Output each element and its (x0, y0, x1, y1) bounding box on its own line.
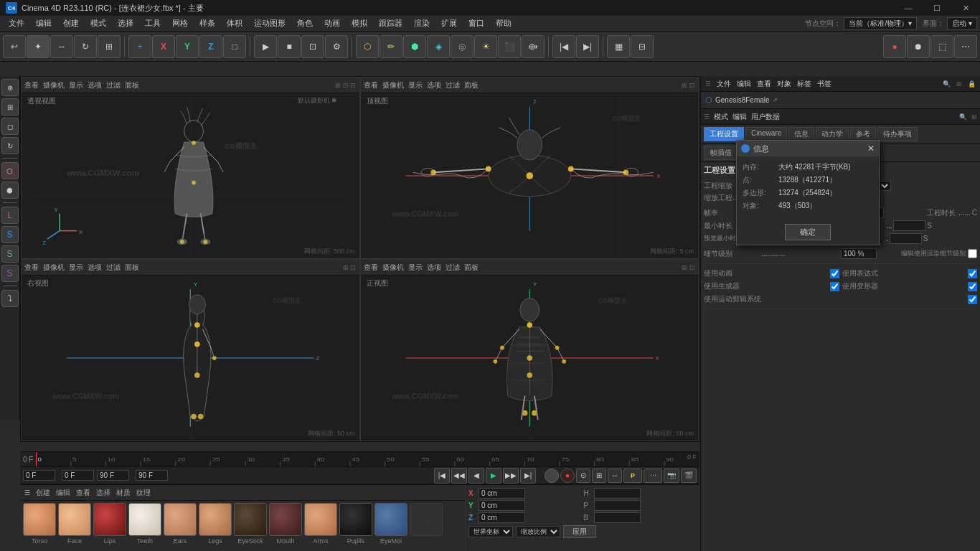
toolbar-motion[interactable]: ⬚ (930, 35, 953, 58)
axis-z[interactable]: Z (199, 35, 222, 58)
mat-material[interactable]: 材质 (116, 488, 131, 498)
use-motion-checkbox[interactable] (968, 295, 977, 304)
viewport-perspective[interactable]: 查看 摄像机 显示 选项 过滤 面板 ⊞ ⊡ ⊟ X Y (21, 77, 360, 259)
proj-tab-settings[interactable]: 工程设置 (704, 127, 744, 141)
apply-button[interactable]: 应用 (563, 525, 596, 538)
playback-move[interactable]: ↔ (608, 468, 622, 483)
material-pupils[interactable]: Pupils (339, 503, 372, 545)
vp-bl-display[interactable]: 显示 (69, 263, 83, 273)
playback-mode1[interactable]: ⊙ (576, 468, 590, 483)
use-expression-checkbox[interactable] (968, 269, 977, 278)
attr-tab-userdata[interactable]: 用户数据 (751, 112, 780, 122)
playback-camera[interactable]: 📷 (664, 468, 679, 483)
material-eyemoi[interactable]: EyeMoi (374, 503, 407, 545)
info-close-button[interactable]: ✕ (867, 143, 875, 154)
scene-tab-edit[interactable]: 编辑 (737, 79, 751, 89)
toolbar-brush[interactable]: ⟴ (522, 35, 545, 58)
toolbar-render2[interactable]: ⊟ (631, 35, 654, 58)
mat-view[interactable]: 查看 (76, 488, 90, 498)
scene-tab-object[interactable]: 对象 (777, 79, 791, 89)
vp-br-camera[interactable]: 摄像机 (382, 263, 404, 273)
maximize-button[interactable]: ☐ (923, 0, 951, 16)
vp-tr-filter[interactable]: 过滤 (446, 80, 460, 90)
end-frame-input[interactable] (97, 470, 129, 481)
mat-texture[interactable]: 纹理 (136, 488, 151, 498)
left-tool-1[interactable]: ⊕ (1, 79, 19, 96)
mat-create[interactable]: 创建 (36, 488, 50, 498)
minimize-button[interactable]: — (894, 0, 923, 16)
menu-tracker[interactable]: 跟踪器 (373, 17, 408, 30)
coord-z-input[interactable] (479, 512, 525, 523)
coord-x-input[interactable] (479, 488, 525, 499)
material-face[interactable]: Face (58, 503, 91, 545)
material-lips[interactable]: Lips (93, 503, 126, 545)
toolbar-render-stop[interactable]: ■ (278, 35, 301, 58)
proj-tab-ref[interactable]: 参考 (850, 127, 876, 141)
render-detail-checkbox[interactable] (968, 249, 977, 258)
scene-tab-bookmark[interactable]: 书签 (817, 79, 831, 89)
playback-first[interactable]: |◀ (434, 468, 450, 484)
left-tool-2[interactable]: ⊞ (1, 98, 19, 116)
info-ok-button[interactable]: 确定 (785, 224, 831, 240)
scene-tab-file[interactable]: 文件 (717, 79, 731, 89)
toolbar-grid[interactable]: ▦ (607, 35, 630, 58)
axis-y[interactable]: Y (176, 35, 199, 58)
playback-prev[interactable]: ◀ (468, 468, 484, 484)
left-tool-6[interactable]: ⬢ (1, 182, 19, 199)
vp-tr-options[interactable]: 选项 (427, 80, 441, 90)
max-time-input[interactable] (893, 220, 925, 231)
toolbar-cube[interactable]: ⬡ (356, 35, 379, 58)
coord-y-input[interactable] (479, 500, 525, 511)
toolbar-obj[interactable]: □ (223, 35, 246, 58)
toolbar-cam[interactable]: ◎ (451, 35, 473, 58)
toolbar-move[interactable]: ↔ (50, 35, 73, 58)
ruler-area[interactable]: 0 5 10 15 20 25 30 35 40 45 50 (36, 452, 699, 466)
close-button[interactable]: ✕ (951, 0, 980, 16)
toolbar-render-view[interactable]: ⊡ (301, 35, 324, 58)
vp-tr-view[interactable]: 查看 (364, 80, 378, 90)
toolbar-new[interactable]: + (128, 35, 151, 58)
toolbar-render-prev[interactable]: ▶ (254, 35, 277, 58)
viewport-right[interactable]: 查看 摄像机 显示 选项 过滤 面板 ⊞ ⊡ Y Z (21, 259, 360, 441)
sub-tab-keyframe[interactable]: 帧插值 (704, 146, 738, 160)
proj-tab-dynamics[interactable]: 动力学 (816, 127, 849, 141)
playback-prev-key[interactable]: ◀◀ (451, 468, 467, 484)
playback-record[interactable]: ● (560, 468, 575, 483)
vp-bl-panel[interactable]: 面板 (125, 263, 139, 273)
playback-last[interactable]: ▶| (520, 468, 536, 484)
vp-bl-filter[interactable]: 过滤 (106, 263, 121, 273)
vp-br-options[interactable]: 选项 (427, 263, 441, 273)
toolbar-deform[interactable]: ⬢ (403, 35, 426, 58)
toolbar-render-settings[interactable]: ⚙ (325, 35, 348, 58)
scale-ref-select[interactable]: 缩放比例 (516, 526, 560, 537)
vp-tr-panel[interactable]: 面板 (464, 80, 479, 90)
node-space-select[interactable]: 当前（标准/物理）▾ (844, 17, 917, 30)
toolbar-record[interactable]: ● (883, 35, 906, 58)
toolbar-select[interactable]: ✦ (27, 35, 50, 58)
material-eyesock[interactable]: EyeSock (234, 503, 267, 545)
viewport-top[interactable]: 查看 摄像机 显示 选项 过滤 面板 ⊞ ⊡ Z (360, 77, 699, 259)
start-frame-input[interactable] (62, 470, 94, 481)
left-tool-9[interactable]: S (1, 245, 19, 263)
playback-dots[interactable]: ⋯ (644, 468, 662, 483)
menu-volume[interactable]: 体积 (221, 17, 248, 30)
left-tool-7[interactable]: L (1, 207, 19, 224)
use-animation-checkbox[interactable] (830, 269, 839, 278)
scene-tab-view[interactable]: 查看 (757, 79, 771, 89)
menu-simulate[interactable]: 模拟 (346, 17, 373, 30)
menu-mesh[interactable]: 网格 (166, 17, 194, 30)
prev-max-input[interactable] (890, 233, 922, 244)
use-generator-checkbox[interactable] (830, 282, 839, 291)
vp-br-display[interactable]: 显示 (408, 263, 423, 273)
scene-root-item[interactable]: ⬡ Genesis8Female ↗ (701, 92, 980, 109)
menu-edit[interactable]: 编辑 (30, 17, 57, 30)
proj-tab-todo[interactable]: 待办事项 (877, 127, 918, 141)
menu-spline[interactable]: 样条 (194, 17, 221, 30)
vp-tl-options[interactable]: 选项 (88, 80, 102, 90)
left-tool-4[interactable]: ↻ (1, 137, 19, 154)
menu-extend[interactable]: 扩展 (435, 17, 463, 30)
proj-tab-info[interactable]: 信息 (788, 127, 814, 141)
material-teeth[interactable]: Teeth (128, 503, 161, 545)
proj-tab-cineware[interactable]: Cineware (745, 127, 787, 141)
vp-tl-filter[interactable]: 过滤 (106, 80, 121, 90)
